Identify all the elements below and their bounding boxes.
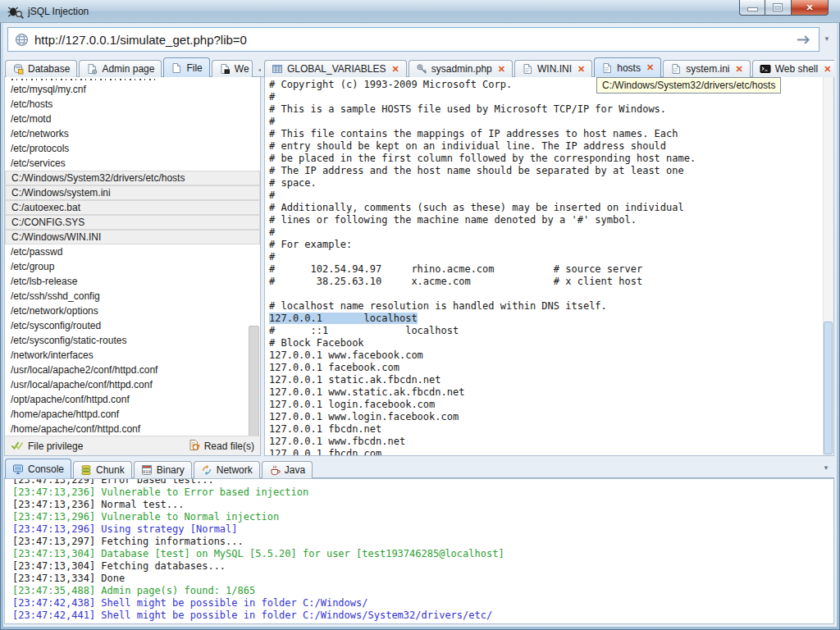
hosts-file-line: # be placed in the first column followed… — [269, 153, 833, 165]
tab-file[interactable]: File — [163, 57, 209, 77]
file-list-scrollbar-thumb[interactable] — [249, 326, 259, 445]
maximize-button[interactable] — [765, 0, 792, 16]
hosts-file-line: # space. — [269, 177, 833, 189]
minimize-button[interactable] — [739, 0, 765, 16]
file-path-item[interactable]: /etc/mysql/my.cnf — [5, 82, 260, 97]
file-path-item[interactable]: /etc/sysconfig/routed — [5, 318, 260, 333]
tab-sysadmin-php[interactable]: sysadmin.php✕ — [409, 60, 513, 77]
url-input[interactable] — [34, 33, 796, 47]
close-tab-icon[interactable]: ✕ — [498, 64, 505, 75]
file-path-item[interactable]: /etc/group — [5, 259, 260, 274]
hosts-file-line: # Block Facebook — [269, 337, 833, 349]
file-path-item[interactable]: /network/interfaces — [5, 348, 260, 363]
file-path-item[interactable]: C:/autoexec.bat — [5, 200, 260, 215]
terminal-icon — [760, 63, 771, 75]
tab-label: GLOBAL_VARIABLES — [287, 63, 386, 75]
close-tab-icon[interactable]: ✕ — [646, 62, 654, 73]
hosts-file-line: # This is a sample HOSTS file used by Mi… — [269, 103, 833, 116]
file-path-item[interactable]: /etc/networks — [5, 126, 260, 141]
tab-hosts[interactable]: hosts✕ — [594, 57, 661, 77]
close-tab-icon[interactable]: ✕ — [392, 64, 399, 75]
close-tab-icon[interactable]: ✕ — [578, 64, 585, 75]
key-icon — [416, 63, 427, 75]
console-panel[interactable]: [23:47:13,229] Error based test...[23:47… — [4, 478, 834, 624]
tab-global-variables[interactable]: GLOBAL_VARIABLES✕ — [264, 60, 407, 77]
file-path-item[interactable]: C:/CONFIG.SYS — [5, 215, 260, 230]
file-path-item[interactable]: /home/apache/httpd.conf — [5, 407, 260, 422]
tab-label: File — [186, 62, 202, 74]
tab-label: Chunk — [96, 464, 125, 476]
file-privilege-status: File privilege — [11, 440, 83, 453]
tab-console[interactable]: Console — [5, 459, 71, 478]
title-bar[interactable]: jSQL Injection ✕ — [0, 0, 840, 23]
tab-scroll-arrows[interactable]: ◄► — [254, 66, 261, 77]
tab-web-shell[interactable]: Web shell✕ — [752, 60, 834, 77]
file-content-panel[interactable]: # Copyright (c) 1993-2009 Microsoft Corp… — [264, 77, 834, 456]
hosts-file-line: # — [269, 226, 833, 239]
close-icon: ✕ — [792, 2, 828, 13]
tab-we[interactable]: We — [212, 60, 253, 77]
selected-text: 127.0.0.1 localhost — [269, 313, 418, 324]
web-page-icon — [219, 63, 231, 75]
hosts-file-line: # lines or following the machine name de… — [269, 214, 833, 226]
read-files-label: Read file(s) — [204, 441, 254, 452]
hosts-file-line: # — [269, 251, 833, 263]
go-arrow-icon[interactable] — [796, 34, 812, 46]
hosts-file-line: 127.0.0.1 fbcdn.com — [269, 448, 833, 456]
tab-win-ini[interactable]: WIN.INI✕ — [514, 60, 592, 77]
file-panel-footer: File privilege Read file(s) — [5, 436, 260, 455]
table-icon — [272, 63, 283, 75]
content-scrollbar-thumb[interactable] — [824, 322, 833, 454]
tab-label: hosts — [617, 62, 641, 74]
console-line: [23:47:13,297] Fetching informations... — [12, 536, 833, 548]
bottom-panel-tabs: ConsoleChunk010BinaryNetworkJava — [5, 459, 817, 478]
close-tab-icon[interactable]: ✕ — [824, 64, 831, 75]
file-path-item[interactable]: /etc/sysconfig/static-routes — [5, 333, 260, 348]
file-path-item[interactable]: C:/Windows/system.ini — [5, 185, 260, 200]
file-path-item[interactable]: /home/apache/conf/httpd.conf — [5, 422, 260, 436]
tab-label: Admin page — [102, 63, 154, 75]
tab-java[interactable]: Java — [262, 461, 313, 478]
globe-icon — [15, 33, 29, 47]
tab-admin-page[interactable]: Admin page — [79, 60, 162, 77]
close-window-button[interactable]: ✕ — [792, 0, 829, 16]
console-line: [23:47:42,438] Shell might be possible i… — [12, 597, 833, 609]
file-path-item[interactable]: /etc/motd — [5, 112, 260, 126]
scroll-left-icon[interactable]: ◄ — [257, 66, 261, 74]
document-icon — [522, 63, 533, 75]
tab-database[interactable]: Database — [5, 60, 77, 77]
file-path-item[interactable]: C:/Windows/System32/drivers/etc/hosts — [5, 171, 260, 185]
document-icon — [670, 63, 682, 75]
tab-system-ini[interactable]: system.ini✕ — [663, 60, 751, 77]
file-path-item[interactable]: /etc/hosts — [5, 97, 260, 112]
hosts-file-line: # ::1 localhost — [269, 325, 833, 337]
tab-label: WIN.INI — [537, 63, 572, 75]
read-files-button[interactable]: Read file(s) — [188, 439, 254, 454]
file-path-item[interactable]: /opt/apache/conf/httpd.conf — [5, 392, 260, 407]
file-path-item[interactable]: C:/Windows/WIN.INI — [5, 230, 260, 244]
tab-chunk[interactable]: Chunk — [73, 461, 132, 478]
file-path-item[interactable]: /usr/local/apache2/conf/httpd.conf — [5, 363, 260, 377]
file-path-item[interactable]: /etc/ssh/sshd_config — [5, 289, 260, 304]
url-dropdown-icon[interactable]: ▼ — [824, 35, 830, 43]
hosts-file-line — [269, 288, 833, 300]
file-path-item[interactable]: /etc/lsb-release — [5, 274, 260, 289]
tab-binary[interactable]: 010Binary — [134, 461, 192, 478]
file-path-item[interactable]: /etc/passwd — [5, 244, 260, 259]
close-tab-icon[interactable]: ✕ — [735, 64, 742, 75]
tab-network[interactable]: Network — [194, 461, 260, 478]
file-path-item[interactable]: /etc/services — [5, 156, 260, 171]
bottom-tabs-dropdown-icon[interactable]: ▼ — [823, 464, 829, 472]
hosts-file-line: # — [269, 116, 833, 128]
file-path-item[interactable]: /etc/network/options — [5, 304, 260, 318]
hosts-file-line: # The IP address and the host name shoul… — [269, 165, 833, 177]
file-path-item[interactable]: /usr/local/apache/conf/httpd.conf — [5, 377, 260, 392]
database-icon — [12, 63, 24, 75]
binary-icon: 010 — [141, 464, 153, 476]
hosts-file-line: 127.0.0.1 static.ak.fbcdn.net — [269, 374, 833, 386]
file-path-item[interactable]: /etc/protocols — [5, 141, 260, 156]
content-scrollbar-track[interactable] — [823, 77, 833, 455]
console-log: [23:47:13,229] Error based test...[23:47… — [5, 478, 833, 622]
hosts-file-line: # — [269, 189, 833, 202]
tab-label: Java — [285, 464, 305, 476]
